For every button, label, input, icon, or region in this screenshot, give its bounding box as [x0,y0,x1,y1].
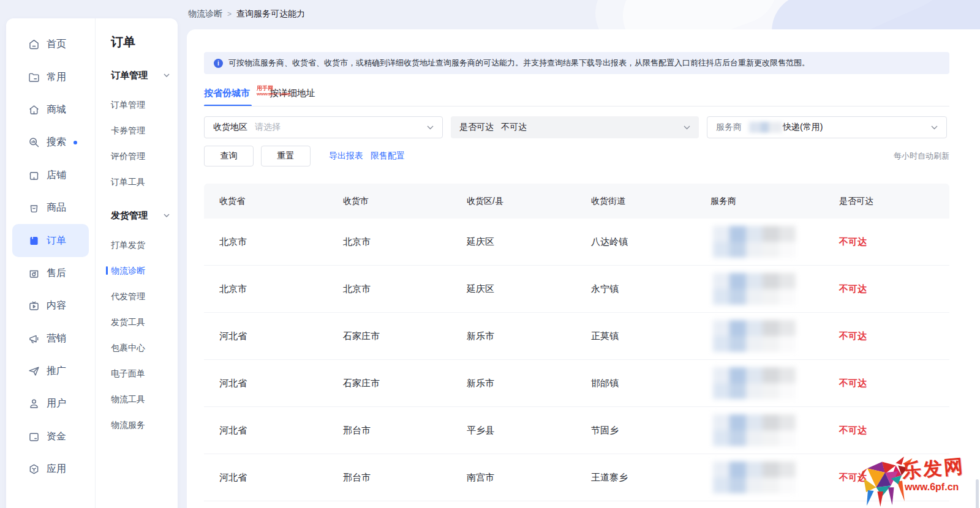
content-icon [28,299,40,312]
sidebar-item-orders[interactable]: 订单 [12,224,89,256]
sidebar-item-label: 店铺 [47,169,66,182]
service-select-value: 快递(常用) [783,122,823,133]
marketing-icon [28,332,40,345]
reset-button[interactable]: 重置 [261,146,311,166]
cell-district: 平乡县 [467,425,591,436]
scrollbar-thumb[interactable] [976,479,979,508]
cell-district: 新乐市 [467,378,591,389]
sidebar-item-users[interactable]: 用户 [12,387,89,420]
sidebar-item-aftersale[interactable]: 售后 [12,257,89,289]
sidebar-item-label: 资金 [47,430,66,443]
submenu-item-logistics-tools[interactable]: 物流工具 [111,386,178,412]
cell-street: 邯邰镇 [591,378,710,389]
sidebar-item-mall[interactable]: 商城 [12,94,89,126]
aftersale-icon [28,267,40,280]
sidebar-item-label: 订单 [47,234,66,247]
cell-province: 北京市 [219,236,343,248]
breadcrumb: 物流诊断 > 查询服务可达能力 [188,9,305,20]
table-row: 北京市 北京市 延庆区 八达岭镇 不可达 [204,219,949,266]
cell-city: 石家庄市 [343,378,467,389]
region-select[interactable]: 收货地区 请选择 [204,116,443,138]
cell-street: 八达岭镇 [591,236,710,248]
service-provider-select[interactable]: 服务商 快递(常用) [707,116,947,138]
cell-province: 河北省 [219,425,343,436]
col-header-street: 收货街道 [591,196,710,207]
sidebar-item-label: 搜索 [47,136,66,149]
cell-reachable-status: 不可达 [839,425,949,436]
submenu-item-e-waybill[interactable]: 电子面单 [111,360,178,386]
reachability-table: 收货省 收货市 收货区/县 收货街道 服务商 是否可达 北京市 北京市 延庆区 … [204,184,949,501]
info-icon: i [214,59,223,68]
actions-row: 查询 重置 导出报表 限售配置 每小时自动刷新 [204,146,949,166]
tab-bar: 按省份城市 按详细地址 用手网 www.sh····.com [204,86,949,106]
group-label: 订单管理 [111,69,148,82]
courier-logo-censored [713,414,796,446]
col-header-city: 收货市 [343,196,467,207]
main-panel: i 可按物流服务商、收货省、收货市，或精确到详细收货地址查询服务商的可达能力。并… [187,29,980,508]
sidebar-item-goods[interactable]: 商品 [12,192,89,224]
sidebar-item-label: 用户 [47,397,66,410]
sidebar-item-search[interactable]: 搜索 [12,126,89,159]
sidebar-item-shop[interactable]: 店铺 [12,159,89,192]
sidebar-item-marketing[interactable]: 营销 [12,323,89,355]
cell-reachable-status: 不可达 [839,378,949,389]
sidebar-item-frequent[interactable]: 常用 [12,61,89,93]
submenu-item-logistics-diagnosis[interactable]: 物流诊断 [111,258,178,283]
home-icon [28,38,40,51]
reachable-select[interactable]: 是否可达 不可达 [451,116,699,138]
courier-logo-censored [713,273,796,305]
sidebar-panel: 首页 常用 商城 搜索 店铺 商品 订单 售后 [6,18,178,508]
export-report-link[interactable]: 导出报表 [329,151,363,162]
sidebar-item-home[interactable]: 首页 [12,28,89,61]
sidebar-item-content[interactable]: 内容 [12,289,89,322]
order-icon [28,234,40,247]
submenu-item-logistics-services[interactable]: 物流服务 [111,412,178,438]
funds-icon [28,430,40,443]
breadcrumb-parent[interactable]: 物流诊断 [188,9,222,20]
shop-icon [28,169,40,182]
active-indicator-bar [106,266,108,275]
table-row: 河北省 邢台市 南宫市 王道寨乡 不可达 [204,454,949,501]
reachable-select-label: 是否可达 [459,122,494,133]
region-select-placeholder: 请选择 [255,122,281,133]
group-label: 发货管理 [111,209,148,222]
submenu-item-coupon-management[interactable]: 卡券管理 [111,118,178,143]
cell-reachable-status: 不可达 [839,472,949,484]
cell-district: 新乐市 [467,331,591,342]
submenu-group-shipping-management[interactable]: 发货管理 [111,209,175,222]
goods-icon [28,201,40,214]
submenu-title: 订单 [111,33,178,50]
tabs-divider [204,106,949,106]
submenu-item-shipping-tools[interactable]: 发货工具 [111,309,178,335]
small-watermark: 用手网 www.sh····.com [257,86,291,97]
table-header-row: 收货省 收货市 收货区/县 收货街道 服务商 是否可达 [204,184,949,219]
chevron-down-icon [164,73,170,77]
table-row: 河北省 邢台市 平乡县 节固乡 不可达 [204,407,949,454]
cell-city: 北京市 [343,283,467,295]
sidebar-item-label: 商品 [47,201,66,214]
submenu-item-order-management[interactable]: 订单管理 [111,92,178,118]
cell-district: 南宫市 [467,472,591,484]
censored-courier-name [749,122,782,133]
restrict-config-link[interactable]: 限售配置 [371,151,405,162]
submenu-item-order-tools[interactable]: 订单工具 [111,169,178,195]
sidebar-item-label: 应用 [47,463,66,476]
cell-province: 河北省 [219,472,343,484]
submenu-item-print-ship[interactable]: 打单发货 [111,232,178,258]
tab-by-province-city[interactable]: 按省份城市 [204,86,250,106]
sidebar-item-label: 商城 [47,103,66,116]
sidebar-item-apps[interactable]: 应用 [12,453,89,485]
auto-refresh-note: 每小时自动刷新 [894,151,949,162]
courier-logo-censored [713,320,796,352]
cell-city: 石家庄市 [343,331,467,342]
submenu-item-dropship-management[interactable]: 代发管理 [111,283,178,309]
submenu-item-package-center[interactable]: 包裹中心 [111,335,178,360]
submenu-group-1-items: 订单管理 卡券管理 评价管理 订单工具 [111,92,178,195]
folder-icon [28,71,40,84]
query-button[interactable]: 查询 [204,146,254,166]
chevron-down-icon [931,125,938,130]
submenu-item-review-management[interactable]: 评价管理 [111,143,178,169]
sidebar-item-funds[interactable]: 资金 [12,420,89,453]
submenu-group-order-management[interactable]: 订单管理 [111,69,175,82]
sidebar-item-promotion[interactable]: 推广 [12,355,89,387]
